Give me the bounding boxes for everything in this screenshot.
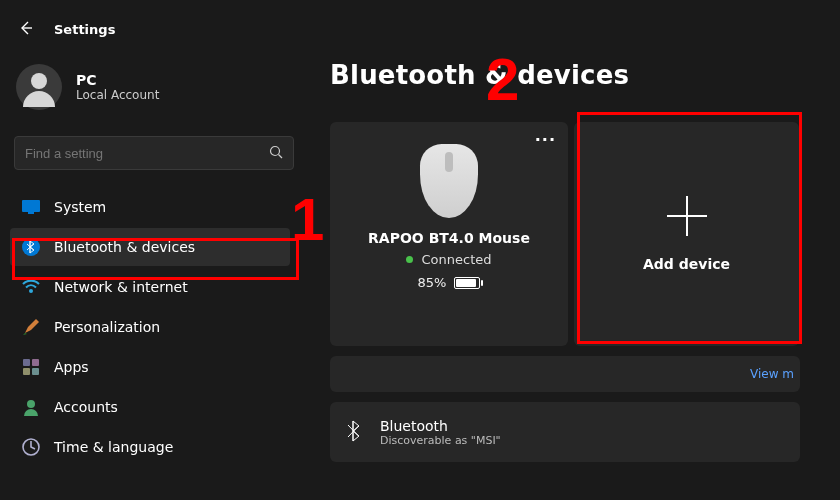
sidebar-item-label: Accounts bbox=[54, 399, 118, 415]
sidebar-item-system[interactable]: System bbox=[10, 188, 290, 226]
sidebar-item-time[interactable]: Time & language bbox=[10, 428, 290, 466]
user-name: PC bbox=[76, 72, 159, 88]
paintbrush-icon bbox=[22, 318, 40, 336]
battery-icon bbox=[454, 277, 480, 289]
svg-point-2 bbox=[271, 146, 280, 155]
add-device-label: Add device bbox=[643, 256, 730, 272]
search-icon bbox=[269, 145, 283, 162]
bluetooth-subtitle: Discoverable as "MSI" bbox=[380, 434, 501, 447]
page-title: Bluetooth & devices bbox=[330, 60, 840, 90]
wifi-icon bbox=[22, 278, 40, 296]
svg-point-6 bbox=[22, 238, 40, 256]
sidebar-item-label: Time & language bbox=[54, 439, 173, 455]
sidebar-item-label: Apps bbox=[54, 359, 89, 375]
person-icon bbox=[22, 398, 40, 416]
settings-title: Settings bbox=[54, 22, 115, 37]
svg-point-1 bbox=[31, 73, 47, 89]
sidebar-item-label: System bbox=[54, 199, 106, 215]
svg-rect-9 bbox=[32, 359, 39, 366]
user-profile[interactable]: PC Local Account bbox=[10, 58, 310, 128]
plus-icon bbox=[667, 196, 707, 236]
apps-icon bbox=[22, 358, 40, 376]
sidebar-item-apps[interactable]: Apps bbox=[10, 348, 290, 386]
mouse-icon bbox=[420, 144, 478, 218]
sidebar-item-network[interactable]: Network & internet bbox=[10, 268, 290, 306]
svg-rect-5 bbox=[28, 212, 34, 214]
sidebar-item-accounts[interactable]: Accounts bbox=[10, 388, 290, 426]
avatar bbox=[16, 64, 62, 110]
status-dot-icon bbox=[406, 256, 413, 263]
user-subtitle: Local Account bbox=[76, 88, 159, 102]
back-icon[interactable] bbox=[18, 20, 34, 39]
svg-rect-8 bbox=[23, 359, 30, 366]
add-device-button[interactable]: Add device bbox=[574, 122, 799, 346]
svg-point-7 bbox=[29, 289, 33, 293]
display-icon bbox=[22, 198, 40, 216]
search-field[interactable] bbox=[25, 146, 269, 161]
device-card-mouse[interactable]: ··· RAPOO BT4.0 Mouse Connected 85% bbox=[330, 122, 568, 346]
sidebar-item-label: Bluetooth & devices bbox=[54, 239, 195, 255]
sidebar-item-label: Network & internet bbox=[54, 279, 188, 295]
svg-rect-10 bbox=[23, 368, 30, 375]
device-status: Connected bbox=[421, 252, 491, 267]
svg-rect-11 bbox=[32, 368, 39, 375]
svg-point-12 bbox=[27, 400, 35, 408]
bluetooth-title: Bluetooth bbox=[380, 418, 501, 434]
battery-percentage: 85% bbox=[418, 275, 447, 290]
sidebar-item-label: Personalization bbox=[54, 319, 160, 335]
svg-rect-4 bbox=[22, 200, 40, 212]
sidebar-item-bluetooth[interactable]: Bluetooth & devices bbox=[10, 228, 290, 266]
device-name: RAPOO BT4.0 Mouse bbox=[368, 230, 530, 246]
view-more-bar[interactable]: View m bbox=[330, 356, 800, 392]
globe-clock-icon bbox=[22, 438, 40, 456]
bluetooth-icon bbox=[346, 420, 364, 445]
device-more-icon[interactable]: ··· bbox=[535, 130, 556, 149]
search-input[interactable] bbox=[14, 136, 294, 170]
view-more-link[interactable]: View m bbox=[750, 367, 794, 381]
bluetooth-toggle-card[interactable]: Bluetooth Discoverable as "MSI" bbox=[330, 402, 800, 462]
sidebar-item-personalization[interactable]: Personalization bbox=[10, 308, 290, 346]
bluetooth-icon bbox=[22, 238, 40, 256]
svg-line-3 bbox=[279, 154, 283, 158]
